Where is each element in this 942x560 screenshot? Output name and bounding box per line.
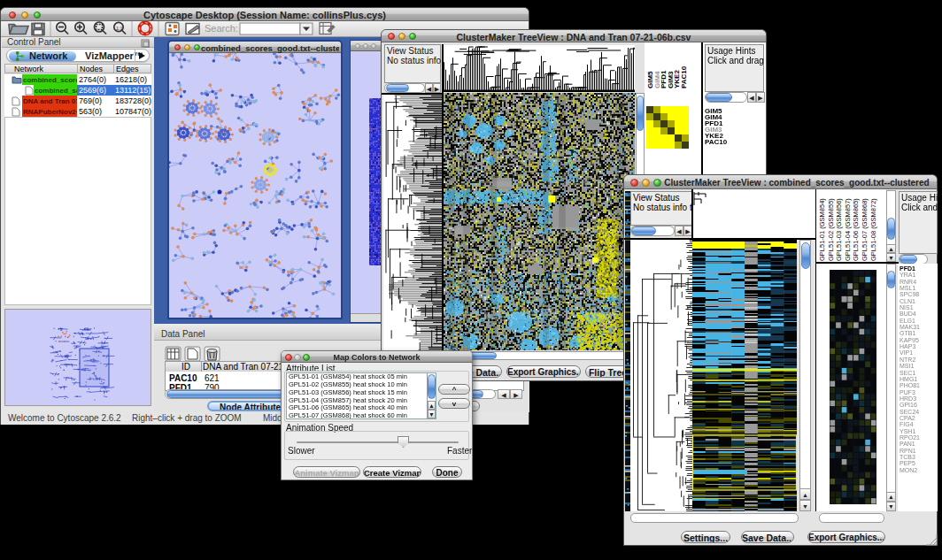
svg-text:1:1: 1:1 — [116, 26, 123, 31]
svg-text:Search:: Search: — [205, 23, 238, 34]
